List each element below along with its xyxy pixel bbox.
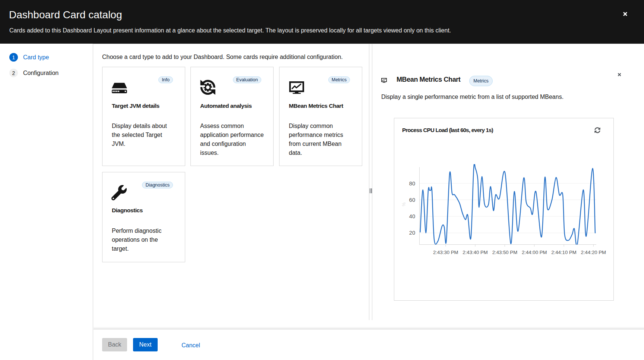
svg-text:2:43:50 PM: 2:43:50 PM [492,250,517,255]
svg-text:2:43:30 PM: 2:43:30 PM [433,250,458,255]
svg-text:40: 40 [409,213,415,219]
svg-text:2:44:10 PM: 2:44:10 PM [551,250,576,255]
svg-text:%: % [401,202,407,206]
svg-text:2:44:00 PM: 2:44:00 PM [522,250,547,255]
svg-text:2:43:40 PM: 2:43:40 PM [463,250,487,255]
svg-text:2:44:20 PM: 2:44:20 PM [581,250,606,255]
svg-text:60: 60 [409,197,415,203]
svg-text:20: 20 [409,230,415,236]
svg-text:80: 80 [409,181,415,187]
